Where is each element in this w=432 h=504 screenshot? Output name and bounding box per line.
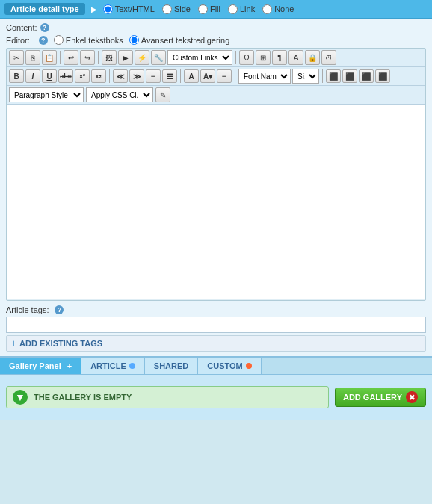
lock-button[interactable]: 🔒 — [305, 50, 320, 65]
separator-2 — [98, 51, 99, 64]
separator-fmt-1 — [109, 69, 110, 83]
article-type-arrow: ▶ — [91, 5, 97, 13]
media-button[interactable]: ▶ — [118, 50, 133, 65]
align-left-button[interactable]: ⬛ — [326, 69, 341, 83]
gallery-info-icon: ▼ — [13, 390, 28, 405]
toolbar-row-1: ✂ ⎘ 📋 ↩ ↪ 🖼 ▶ ⚡ 🔧 Custom Links Ω ⊞ ¶ A 🔒… — [7, 49, 425, 67]
add-gallery-button[interactable]: ADD GALLERY ✖ — [335, 388, 426, 407]
strikethrough-button[interactable]: abc — [58, 69, 73, 83]
align-right-button[interactable]: ⬛ — [359, 69, 374, 83]
add-tags-icon: + — [11, 338, 16, 349]
gallery-tab-shared[interactable]: SHARED — [145, 358, 198, 374]
custom-tab-dot — [246, 363, 252, 369]
style-toolbar: Paragraph Style Apply CSS Cl... ✎ — [7, 86, 425, 105]
copy-button[interactable]: ⎘ — [25, 50, 40, 65]
format-toolbar: B I U abc x² x₂ ≪ ≫ ≡ ☰ A A▾ ≡ Font Name… — [7, 67, 425, 86]
option-none[interactable]: None — [262, 4, 294, 14]
option-fill-label: Fill — [210, 4, 220, 13]
tags-section: Article tags: ? + ADD EXISTING TAGS — [6, 305, 426, 352]
gallery-panel-plus[interactable]: + — [67, 361, 72, 370]
image-button[interactable]: 🖼 — [102, 50, 117, 65]
insert-button[interactable]: 🔧 — [151, 50, 166, 65]
option-fill[interactable]: Fill — [198, 4, 220, 14]
editor-simple-option[interactable]: Enkel tekstboks — [54, 35, 123, 45]
special-char-button[interactable]: Ω — [239, 50, 254, 65]
editor-advanced-label: Avansert tekstredigering — [141, 36, 229, 45]
option-text-html[interactable]: Text/HTML — [103, 4, 155, 14]
font-size-dropdown[interactable]: Si... — [292, 69, 319, 84]
redo-button[interactable]: ↪ — [80, 50, 95, 65]
option-link[interactable]: Link — [228, 4, 255, 14]
outdent-button[interactable]: ≪ — [113, 69, 128, 83]
gallery-content: ▼ THE GALLERY IS EMPTY ADD GALLERY ✖ — [0, 375, 432, 420]
content-label: Content: — [6, 23, 37, 32]
timer-button[interactable]: ⏱ — [321, 50, 336, 65]
content-row: Content: ? — [6, 23, 426, 32]
main-content: Content: ? Editor: ? Enkel tekstboks Ava… — [0, 19, 432, 356]
flash-button[interactable]: ⚡ — [135, 50, 149, 65]
ordered-list-button[interactable]: ≡ — [146, 69, 161, 83]
separator-1 — [60, 51, 61, 64]
article-tab-dot — [129, 363, 135, 369]
bold-button[interactable]: B — [9, 69, 24, 83]
gallery-tab-article-label: ARTICLE — [90, 361, 126, 370]
gallery-empty-notice: ▼ THE GALLERY IS EMPTY — [6, 386, 329, 408]
gallery-empty-text: THE GALLERY IS EMPTY — [34, 393, 132, 402]
format-btn-2[interactable]: A▾ — [200, 69, 215, 83]
gallery-panel: Gallery Panel + ARTICLE SHARED CUSTOM ▼ … — [0, 356, 432, 420]
tags-help-icon[interactable]: ? — [55, 305, 64, 314]
separator-fmt-2 — [180, 69, 181, 83]
editor-advanced-option[interactable]: Avansert tekstredigering — [129, 35, 229, 45]
add-gallery-icon: ✖ — [406, 391, 418, 403]
gallery-panel-title-tab[interactable]: Gallery Panel + — [0, 358, 81, 374]
tags-label-row: Article tags: ? — [6, 305, 426, 314]
cut-button[interactable]: ✂ — [9, 50, 24, 65]
editor-label: Editor: — [6, 36, 30, 45]
undo-button[interactable]: ↩ — [64, 50, 78, 65]
separator-fmt-3 — [235, 69, 235, 83]
option-link-label: Link — [240, 4, 255, 13]
tags-input[interactable] — [6, 317, 426, 333]
justify-left[interactable]: ≡ — [217, 69, 232, 83]
paragraph-button[interactable]: ¶ — [272, 50, 287, 65]
add-existing-tags-button[interactable]: + ADD EXISTING TAGS — [6, 335, 426, 352]
paragraph-style-dropdown[interactable]: Paragraph Style — [9, 87, 84, 102]
custom-links-dropdown[interactable]: Custom Links — [167, 50, 232, 65]
align-justify-button[interactable]: ⬛ — [375, 69, 390, 83]
gallery-tabs: Gallery Panel + ARTICLE SHARED CUSTOM — [0, 358, 432, 375]
add-gallery-label: ADD GALLERY — [343, 393, 402, 402]
gallery-tab-custom[interactable]: CUSTOM — [198, 358, 261, 374]
text-editor-area[interactable] — [7, 105, 425, 299]
paste-button[interactable]: 📋 — [42, 50, 57, 65]
option-none-label: None — [274, 4, 294, 13]
article-type-options: Text/HTML Side Fill Link None — [103, 4, 294, 14]
css-class-dropdown[interactable]: Apply CSS Cl... — [86, 87, 153, 102]
gallery-panel-title: Gallery Panel — [9, 361, 61, 370]
content-help-icon[interactable]: ? — [40, 23, 49, 32]
option-side[interactable]: Side — [162, 4, 191, 14]
tags-label: Article tags: — [6, 305, 49, 314]
gallery-tab-article[interactable]: ARTICLE — [81, 358, 145, 374]
indent-button[interactable]: ≫ — [129, 69, 144, 83]
option-text-html-label: Text/HTML — [115, 4, 155, 13]
format-btn-1[interactable]: A — [184, 69, 199, 83]
spell-button[interactable]: A — [288, 50, 303, 65]
italic-button[interactable]: I — [25, 69, 40, 83]
underline-button[interactable]: U — [42, 69, 57, 83]
option-side-label: Side — [174, 4, 191, 13]
editor-container: ✂ ⎘ 📋 ↩ ↪ 🖼 ▶ ⚡ 🔧 Custom Links Ω ⊞ ¶ A 🔒… — [6, 48, 426, 301]
font-name-dropdown[interactable]: Font Name — [238, 69, 291, 84]
subscript-button[interactable]: x₂ — [91, 69, 106, 83]
align-center-button[interactable]: ⬛ — [342, 69, 357, 83]
editor-help-icon[interactable]: ? — [39, 36, 48, 45]
separator-fmt-4 — [322, 69, 323, 83]
superscript-button[interactable]: x² — [75, 69, 90, 83]
unordered-list-button[interactable]: ☰ — [162, 69, 177, 83]
gallery-tab-shared-label: SHARED — [154, 361, 188, 370]
article-type-label: Article detail type — [4, 3, 85, 15]
article-type-bar: Article detail type ▶ Text/HTML Side Fil… — [0, 0, 432, 19]
table-button[interactable]: ⊞ — [256, 50, 271, 65]
separator-3 — [235, 51, 236, 64]
edit-css-button[interactable]: ✎ — [155, 87, 170, 102]
add-existing-tags-label: ADD EXISTING TAGS — [19, 339, 102, 348]
